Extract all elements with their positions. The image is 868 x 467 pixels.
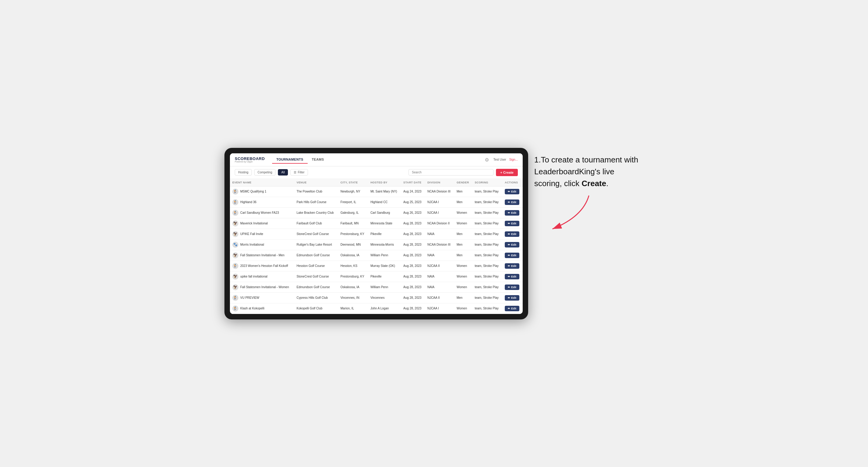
edit-label: Edit xyxy=(511,222,516,225)
cell-actions: ✏ Edit xyxy=(502,250,523,260)
annotation-section: 1.To create a tournament with Leaderboar… xyxy=(534,148,644,233)
event-name-text: VU PREVIEW xyxy=(240,296,259,300)
cell-start-date: Aug 28, 2023 xyxy=(401,271,425,282)
cell-gender: Women xyxy=(454,282,472,292)
cell-city: Oskaloosa, IA xyxy=(338,282,368,292)
edit-icon: ✏ xyxy=(508,201,510,204)
cell-event-name: 🏌 Carl Sandburg Women FA23 xyxy=(230,207,294,218)
nav-tab-teams[interactable]: TEAMS xyxy=(308,156,328,164)
table-row: 🏌 Klash at Kokopelli Kokopelli Golf Club… xyxy=(230,303,523,314)
cell-start-date: Aug 28, 2023 xyxy=(401,260,425,271)
cell-event-name: 🦅 upike fall invitational xyxy=(230,271,294,282)
cell-hosted-by: Vincennes xyxy=(368,292,401,303)
cell-city: Hesston, KS xyxy=(338,260,368,271)
table-row: 🏌 VU PREVIEW Cypress Hills Golf Club Vin… xyxy=(230,292,523,303)
edit-button[interactable]: ✏ Edit xyxy=(505,231,519,237)
cell-start-date: Aug 28, 2023 xyxy=(401,292,425,303)
cell-actions: ✏ Edit xyxy=(502,303,523,314)
settings-icon[interactable]: ⚙ xyxy=(485,157,490,162)
annotation-text: 1.To create a tournament with Leaderboar… xyxy=(534,154,644,189)
all-filter-button[interactable]: All xyxy=(278,169,288,176)
edit-icon: ✏ xyxy=(508,254,510,257)
edit-icon: ✏ xyxy=(508,243,510,246)
cell-gender: Men xyxy=(454,197,472,207)
cell-city: Newburgh, NY xyxy=(338,186,368,197)
cell-gender: Women xyxy=(454,207,472,218)
event-icon: 🦅 xyxy=(232,220,239,226)
event-name-text: MSMC Qualifying 1 xyxy=(240,190,266,193)
search-input[interactable] xyxy=(408,169,494,176)
nav-tab-tournaments[interactable]: TOURNAMENTS xyxy=(272,156,308,164)
cell-venue: Park Hills Golf Course xyxy=(294,197,338,207)
edit-button[interactable]: ✏ Edit xyxy=(505,306,519,311)
competing-filter-button[interactable]: Competing xyxy=(254,169,276,176)
create-button[interactable]: + Create xyxy=(496,169,518,176)
cell-division: NJCAA I xyxy=(425,207,454,218)
edit-button[interactable]: ✏ Edit xyxy=(505,199,519,205)
edit-button[interactable]: ✏ Edit xyxy=(505,253,519,258)
event-name-text: Highland 36 xyxy=(240,200,256,204)
event-icon: 🏌 xyxy=(232,210,239,216)
cell-venue: The Powelton Club xyxy=(294,186,338,197)
cell-venue: Cypress Hills Golf Club xyxy=(294,292,338,303)
cell-city: Prestonsburg, KY xyxy=(338,229,368,239)
cell-hosted-by: William Penn xyxy=(368,282,401,292)
cell-start-date: Aug 28, 2023 xyxy=(401,218,425,229)
edit-button[interactable]: ✏ Edit xyxy=(505,284,519,290)
cell-event-name: 🦅 Fall Statesmen Invitational - Women xyxy=(230,282,294,292)
event-icon: 🏌 xyxy=(232,306,239,312)
edit-button[interactable]: ✏ Edit xyxy=(505,242,519,247)
table-row: 🏌 Highland 36 Park Hills Golf Course Fre… xyxy=(230,197,523,207)
edit-button[interactable]: ✏ Edit xyxy=(505,221,519,226)
cell-hosted-by: Pikeville xyxy=(368,229,401,239)
sign-out-link[interactable]: Sign... xyxy=(509,158,518,161)
edit-label: Edit xyxy=(511,254,516,257)
edit-button[interactable]: ✏ Edit xyxy=(505,189,519,194)
cell-actions: ✏ Edit xyxy=(502,186,523,197)
event-icon: 🦅 xyxy=(232,231,239,237)
cell-venue: Faribault Golf Club xyxy=(294,218,338,229)
cell-event-name: 🏌 Highland 36 xyxy=(230,197,294,207)
cell-division: NCAA Division III xyxy=(425,186,454,197)
cell-venue: StoneCrest Golf Course xyxy=(294,229,338,239)
cell-gender: Women xyxy=(454,260,472,271)
cell-gender: Men xyxy=(454,186,472,197)
cell-venue: Edmundson Golf Course xyxy=(294,282,338,292)
edit-button[interactable]: ✏ Edit xyxy=(505,210,519,216)
event-icon: 🏌 xyxy=(232,295,239,301)
cell-division: NAIA xyxy=(425,282,454,292)
cell-venue: Kokopelli Golf Club xyxy=(294,303,338,314)
cell-hosted-by: Minnesota-Morris xyxy=(368,239,401,250)
filter-dropdown-button[interactable]: ☰ Filter xyxy=(290,169,308,176)
cell-division: NAIA xyxy=(425,271,454,282)
event-name-text: Carl Sandburg Women FA23 xyxy=(240,211,279,214)
logo-subtitle: Powered by Clippit xyxy=(235,161,265,163)
cell-hosted-by: Carl Sandburg xyxy=(368,207,401,218)
cell-start-date: Aug 28, 2023 xyxy=(401,303,425,314)
app-logo: SCOREBOARD Powered by Clippit xyxy=(235,157,265,163)
annotation-text-bold: Create xyxy=(582,179,606,188)
edit-label: Edit xyxy=(511,211,516,214)
edit-button[interactable]: ✏ Edit xyxy=(505,263,519,269)
table-row: 🦅 Fall Statesmen Invitational - Men Edmu… xyxy=(230,250,523,260)
table-row: 🦅 UPIKE Fall Invite StoneCrest Golf Cour… xyxy=(230,229,523,239)
cell-gender: Men xyxy=(454,229,472,239)
top-bar-right: ⚙ Test User Sign... xyxy=(485,157,518,162)
cell-event-name: 🐾 Morris Invitational xyxy=(230,239,294,250)
edit-button[interactable]: ✏ Edit xyxy=(505,274,519,279)
event-icon: 🏌 xyxy=(232,263,239,269)
event-name-text: Fall Statesmen Invitational - Men xyxy=(240,253,285,257)
col-header-event-name: EVENT NAME xyxy=(230,179,294,186)
event-icon: 🐾 xyxy=(232,242,239,248)
edit-icon: ✏ xyxy=(508,211,510,214)
hosting-filter-button[interactable]: Hosting xyxy=(235,169,252,176)
cell-gender: Men xyxy=(454,239,472,250)
edit-icon: ✏ xyxy=(508,190,510,193)
cell-actions: ✏ Edit xyxy=(502,197,523,207)
col-header-date: START DATE xyxy=(401,179,425,186)
edit-button[interactable]: ✏ Edit xyxy=(505,295,519,301)
table-container: EVENT NAME VENUE CITY, STATE HOSTED BY S… xyxy=(230,179,523,314)
table-row: 🏌 MSMC Qualifying 1 The Powelton Club Ne… xyxy=(230,186,523,197)
cell-actions: ✏ Edit xyxy=(502,239,523,250)
cell-gender: Women xyxy=(454,303,472,314)
